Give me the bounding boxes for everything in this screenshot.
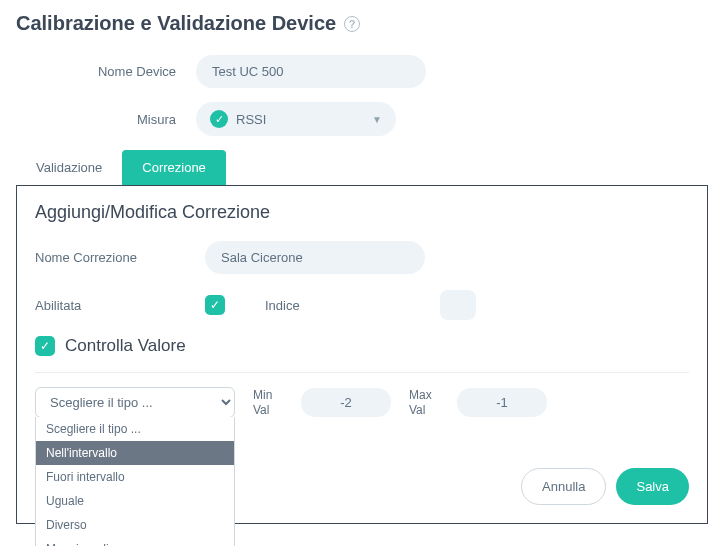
help-icon[interactable]: ? bbox=[344, 16, 360, 32]
enabled-checkbox[interactable]: ✓ bbox=[205, 295, 225, 315]
control-value-heading: Controlla Valore bbox=[65, 336, 186, 356]
correction-name-input[interactable] bbox=[205, 241, 425, 274]
option-out-interval[interactable]: Fuori intervallo bbox=[36, 465, 234, 489]
save-button[interactable]: Salva bbox=[616, 468, 689, 505]
tabs: Validazione Correzione bbox=[16, 150, 708, 185]
min-val-input[interactable] bbox=[301, 388, 391, 417]
measure-select[interactable]: ✓ RSSI ▼ bbox=[196, 102, 396, 136]
correction-panel: Aggiungi/Modifica Correzione Nome Correz… bbox=[16, 185, 708, 524]
type-select[interactable]: Scegliere il tipo ... bbox=[35, 387, 235, 418]
index-label: Indice bbox=[265, 298, 300, 313]
option-different[interactable]: Diverso bbox=[36, 513, 234, 537]
panel-heading: Aggiungi/Modifica Correzione bbox=[35, 202, 689, 223]
option-placeholder[interactable]: Scegliere il tipo ... bbox=[36, 417, 234, 441]
device-name-input[interactable] bbox=[196, 55, 426, 88]
chevron-down-icon: ▼ bbox=[372, 114, 382, 125]
option-greater[interactable]: Maggiore di bbox=[36, 537, 234, 546]
tab-validazione[interactable]: Validazione bbox=[16, 150, 122, 185]
correction-name-label: Nome Correzione bbox=[35, 250, 205, 265]
max-val-input[interactable] bbox=[457, 388, 547, 417]
max-val-label: Max Val bbox=[409, 388, 439, 417]
page-title: Calibrazione e Validazione Device ? bbox=[16, 12, 708, 35]
cancel-button[interactable]: Annulla bbox=[521, 468, 606, 505]
min-val-label: Min Val bbox=[253, 388, 283, 417]
option-equal[interactable]: Uguale bbox=[36, 489, 234, 513]
divider bbox=[35, 372, 689, 373]
measure-value: RSSI bbox=[236, 112, 266, 127]
option-in-interval[interactable]: Nell'intervallo bbox=[36, 441, 234, 465]
tab-correzione[interactable]: Correzione bbox=[122, 150, 226, 185]
enabled-label: Abilitata bbox=[35, 298, 205, 313]
device-name-label: Nome Device bbox=[16, 64, 196, 79]
type-dropdown-list: Scegliere il tipo ... Nell'intervallo Fu… bbox=[35, 417, 235, 546]
check-circle-icon: ✓ bbox=[210, 110, 228, 128]
page-title-text: Calibrazione e Validazione Device bbox=[16, 12, 336, 35]
index-input[interactable] bbox=[440, 290, 476, 320]
control-value-checkbox[interactable]: ✓ bbox=[35, 336, 55, 356]
measure-label: Misura bbox=[16, 112, 196, 127]
